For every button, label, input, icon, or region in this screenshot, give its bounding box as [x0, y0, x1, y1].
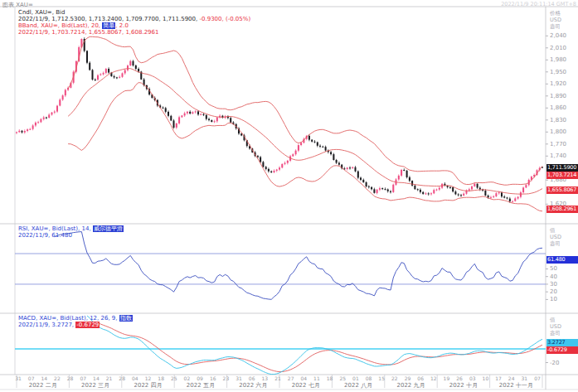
macd-axis-unit: 值USD盎司 [550, 317, 561, 336]
rsi-tick-label: 40 [550, 273, 557, 280]
date-day-label: 15 [376, 375, 387, 381]
date-day-label: 31 [12, 375, 24, 381]
price-pane-legend[interactable]: Cndl, XAU=, Bid 2022/11/9, 1,712.5300, 1… [18, 9, 250, 36]
rsi-values-line: 2022/11/9, 61.480 [18, 232, 124, 239]
bb-upper-box: 1,703.7214 [546, 172, 578, 179]
date-day-label: 25 [337, 375, 348, 381]
date-month-label: 2022 十月 [437, 381, 489, 390]
date-day-label: 07 [26, 375, 37, 381]
chart-timestamp: 2022/11/9 20:11:14 GMT+8 [501, 1, 576, 7]
date-day-label: 16 [207, 375, 219, 381]
price-tick-label: 1,740 [550, 152, 566, 159]
macd-signal-box: -0.6729 [546, 346, 578, 354]
date-day-label: 22 [389, 375, 401, 381]
price-axis-unit: 价格USD盎司 [550, 10, 561, 30]
date-day-label: 08 [363, 375, 375, 381]
price-tick-label: 1,980 [550, 56, 566, 63]
macd-pane-legend[interactable]: MACD, XAU=, Bid(Last), 12, 26, 9, 指数 202… [18, 315, 133, 328]
date-day-label: 22 [51, 375, 63, 381]
bollinger-bands [68, 36, 542, 211]
change-values-text: -0.9300, (-0.05%) [199, 16, 250, 22]
date-day-label: 29 [402, 375, 414, 381]
date-day-label: 31 [233, 375, 245, 381]
date-month-label: 2022 三月 [69, 381, 121, 390]
date-day-label: 07 [77, 375, 89, 381]
rsi-values-text: 2022/11/9, 61.480 [18, 232, 72, 239]
date-day-label: 11 [311, 375, 323, 381]
date-day-label: 28 [65, 375, 76, 381]
date-day-label: 17 [493, 375, 504, 381]
macd-series-label: MACD, XAU=, Bid(Last), 12, 26, 9, 指数 [18, 315, 133, 322]
price-tick-label: 2,010 [550, 45, 566, 51]
macd-tick-label: -20 [550, 360, 559, 366]
macd-ma-type: 指数 [119, 315, 133, 322]
date-month-label: 2022 五月 [174, 381, 226, 390]
macd-signal-line [87, 322, 542, 371]
date-month-label: 2022 二月 [17, 381, 69, 390]
price-tick-label: 1,800 [550, 128, 566, 135]
price-tick-label: 1,890 [550, 93, 566, 99]
date-day-label: 03 [467, 375, 478, 381]
price-tick-label: 1,770 [550, 141, 566, 148]
rsi-tick-label: 20 [550, 288, 557, 295]
date-day-label: 24 [506, 375, 517, 381]
date-day-label: 01 [350, 375, 362, 381]
chart-window: 图表 XAU= 2022/11/9 20:11:14 GMT+8 Cndl, X… [0, 0, 578, 392]
date-day-label: 06 [246, 375, 258, 381]
rsi-text-a: RSI, XAU=, Bid(Last), 14, [18, 225, 93, 232]
macd-line [87, 316, 542, 375]
date-day-label: 23 [220, 375, 231, 381]
date-day-label: 07 [532, 375, 543, 381]
date-day-label: 04 [298, 375, 309, 381]
price-tick-label: 1,920 [550, 80, 566, 87]
date-day-label: 10 [479, 375, 491, 381]
bollinger-text-b: , 2.0 [115, 22, 129, 29]
candle-ohlc-line: 2022/11/9, 1,712.5300, 1,713.2400, 1,709… [18, 16, 250, 22]
date-day-label: 06 [415, 375, 426, 381]
date-month-label: 2022 四月 [122, 381, 174, 390]
macd-value-box: 3.2727 [546, 339, 578, 346]
date-day-label: 14 [38, 375, 50, 381]
rsi-axis-unit: 值USD盎司 [550, 227, 561, 247]
date-day-label: 02 [181, 375, 192, 381]
date-day-label: 21 [272, 375, 284, 381]
date-day-label: 14 [90, 375, 102, 381]
bollinger-series-label: BBand, XAU=, Bid(Last), 20, 简单, 2.0 [18, 22, 250, 29]
rsi-value-box: 61.480 [546, 256, 578, 264]
date-day-label: 31 [518, 375, 530, 381]
date-day-label: 09 [194, 375, 206, 381]
date-month-label: 2022 八月 [332, 381, 384, 390]
rsi-tick-label: 10 [550, 296, 557, 302]
rsi-tick-label: 30 [550, 281, 557, 288]
bollinger-text-a: BBand, XAU=, Bid(Last), 20, [18, 22, 102, 29]
date-day-label: 18 [324, 375, 336, 381]
chart-plot-surface[interactable] [0, 0, 578, 392]
price-tick-label: 2,040 [550, 32, 566, 39]
candle-series-text: Cndl, XAU=, Bid [18, 9, 65, 16]
price-tick-label: 1,830 [550, 117, 566, 123]
macd-values-text: 2022/11/9, 3.2727, [18, 322, 75, 328]
date-day-label: 25 [168, 375, 180, 381]
last-price-box: 1,711.5900 [546, 164, 578, 172]
date-month-label: 2022 六月 [227, 381, 279, 390]
date-day-label: 27 [285, 375, 297, 381]
date-day-label: 21 [104, 375, 115, 381]
date-day-label: 18 [155, 375, 167, 381]
date-day-label: 12 [143, 375, 154, 381]
date-month-label: 2022 十一月 [490, 381, 542, 390]
date-day-label: 19 [440, 375, 452, 381]
bollinger-values-line: 2022/11/9, 1,703.7214, 1,655.8067, 1,608… [18, 29, 250, 36]
date-day-label: 12 [428, 375, 440, 381]
date-day-label: 28 [116, 375, 128, 381]
rsi-line [55, 232, 542, 300]
candle-series-label: Cndl, XAU=, Bid [18, 9, 250, 16]
rsi-pane-legend[interactable]: RSI, XAU=, Bid(Last), 14, 威尔德平滑 2022/11/… [18, 225, 124, 239]
bollinger-values-text: 2022/11/9, 1,703.7214, 1,655.8067, 1,608… [18, 29, 158, 36]
app-title: 图表 XAU= [2, 1, 33, 9]
bb-middle-box: 1,655.8067 [546, 186, 578, 194]
bb-lower-box: 1,608.2961 [546, 206, 578, 213]
date-day-label: 13 [259, 375, 270, 381]
candlestick-series [16, 37, 543, 203]
rsi-pane [15, 232, 546, 300]
price-tick-label: 1,950 [550, 69, 566, 75]
